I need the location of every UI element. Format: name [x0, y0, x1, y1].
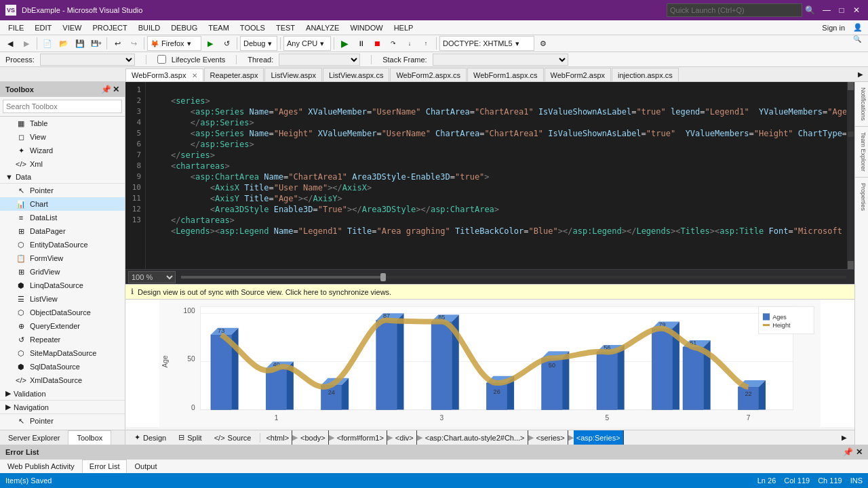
tab-webform3[interactable]: WebForm3.aspx ✕ [125, 68, 203, 82]
menu-tools[interactable]: TOOLS [235, 20, 271, 35]
maximize-button[interactable]: □ [835, 4, 848, 16]
toolbox-group-navigation[interactable]: ▶ Navigation [0, 401, 125, 414]
toolbox-item-pointer-data[interactable]: ↖ Pointer [0, 184, 125, 197]
breadcrumb-body[interactable]: <body> [298, 430, 329, 445]
web-publish-tab[interactable]: Web Publish Activity [0, 460, 82, 473]
toolbox-item-xml-top[interactable]: </> Xml [0, 157, 125, 171]
menu-window[interactable]: WINDOW [344, 20, 388, 35]
platform-dropdown[interactable]: Any CPU ▾ [283, 36, 331, 51]
code-content[interactable]: <series> <asp:Series Name="Ages" XValueM… [146, 82, 846, 269]
undo-button[interactable]: ↩ [110, 36, 125, 51]
toolbox-group-validation[interactable]: ▶ Validation [0, 387, 125, 401]
toolbox-search-input[interactable] [3, 100, 122, 113]
back-button[interactable]: ◀ [3, 36, 18, 51]
breadcrumb-chart[interactable]: <asp:Chart.auto-style2#Ch...> [422, 430, 528, 445]
toolbox-item-xml-data[interactable]: </> XmlDataSource [0, 373, 125, 387]
design-button[interactable]: ✦ Design [128, 431, 172, 444]
tab-injection-cs[interactable]: injection.aspx.cs [612, 68, 679, 81]
vertical-scrollbar[interactable] [846, 82, 854, 269]
close-button[interactable]: ✕ [850, 4, 863, 16]
menu-file[interactable]: FILE [3, 20, 29, 35]
pause-button[interactable]: ⏸ [353, 36, 368, 51]
toolbox-item-wizard[interactable]: ✦ Wizard [0, 144, 125, 157]
tab-webform2-cs[interactable]: WebForm2.aspx.cs [390, 68, 467, 81]
toolbox-item-entity[interactable]: ⬡ EntityDataSource [0, 238, 125, 251]
tab-listview[interactable]: ListView.aspx [264, 68, 321, 81]
toolbox-item-gridview[interactable]: ⊞ GridView [0, 265, 125, 279]
tab-listview-cs[interactable]: ListView.aspx.cs [323, 68, 390, 81]
toolbox-item-view[interactable]: ◻ View [0, 130, 125, 144]
open-button[interactable]: 📂 [56, 36, 71, 51]
breadcrumb-scroll-right[interactable]: ▶ [837, 430, 852, 445]
menu-project[interactable]: PROJECT [87, 20, 132, 35]
toolbox-tab[interactable]: Toolbox [68, 430, 111, 445]
error-close-icon[interactable]: ✕ [856, 447, 863, 457]
breadcrumb-asp-series[interactable]: <asp:Series> [574, 430, 624, 445]
save-button[interactable]: 💾 [73, 36, 87, 51]
server-explorer-tab[interactable]: Server Explorer [0, 430, 68, 445]
zoom-select[interactable]: 100 % 75 % 50 % 150 % [128, 271, 176, 283]
error-pin-icon[interactable]: 📌 [843, 447, 853, 457]
toolbox-item-linq[interactable]: ⬢ LinqDataSource [0, 279, 125, 292]
tab-webform1-cs[interactable]: WebForm1.aspx.cs [467, 68, 544, 81]
search-icon[interactable]: 🔍 [805, 5, 815, 15]
toolbox-group-data[interactable]: ▼ Data [0, 171, 125, 184]
breadcrumb-div[interactable]: <div> [393, 430, 417, 445]
lifecycle-checkbox[interactable] [157, 55, 166, 64]
menu-help[interactable]: HELP [389, 20, 419, 35]
menu-team[interactable]: TEAM [203, 20, 235, 35]
run-button[interactable]: ▶ [203, 36, 218, 51]
doctype-dropdown[interactable]: DOCTYPE: XHTML5 ▾ [439, 36, 534, 51]
toolbox-item-sitemap[interactable]: ⬡ SiteMapDataSource [0, 346, 125, 360]
menu-view[interactable]: VIEW [57, 20, 87, 35]
minimize-button[interactable]: — [821, 4, 833, 16]
menu-edit[interactable]: EDIT [29, 20, 57, 35]
new-button[interactable]: 📄 [40, 36, 55, 51]
source-button[interactable]: </> Source [208, 432, 258, 444]
toolbox-item-formview[interactable]: 📋 FormView [0, 251, 125, 265]
team-explorer-button[interactable]: Team Explorer [855, 127, 868, 178]
output-tab[interactable]: Output [127, 460, 164, 473]
menu-analyze[interactable]: ANALYZE [300, 20, 344, 35]
menu-build[interactable]: BUILD [133, 20, 165, 35]
properties-button[interactable]: Properties [855, 178, 868, 216]
forward-button[interactable]: ▶ [19, 36, 34, 51]
toolbox-item-listview[interactable]: ☰ ListView [0, 292, 125, 306]
menu-debug[interactable]: DEBUG [165, 20, 203, 35]
stop-button[interactable]: ⏹ [370, 36, 384, 51]
doctype-settings[interactable]: ⚙ [536, 36, 551, 51]
thread-select[interactable] [279, 54, 360, 66]
toolbox-item-pointer-nav[interactable]: ↖ Pointer [0, 414, 125, 428]
toolbox-item-datapager[interactable]: ⊞ DataPager [0, 224, 125, 238]
notifications-button[interactable]: Notifications [855, 82, 868, 127]
code-editor[interactable]: 12345 678910 111213 <series> <asp:Series… [125, 82, 854, 269]
breadcrumb-form[interactable]: <form#form1> [334, 430, 387, 445]
process-select[interactable] [40, 54, 135, 66]
stack-select[interactable] [433, 54, 568, 66]
refresh-button[interactable]: ↺ [219, 36, 234, 51]
toolbox-item-query[interactable]: ⊕ QueryExtender [0, 319, 125, 333]
error-list-tab[interactable]: Error List [82, 460, 127, 473]
redo-button[interactable]: ↪ [126, 36, 141, 51]
zoom-slider[interactable] [181, 276, 846, 279]
sync-message-bar[interactable]: ℹ Design view is out of sync with Source… [125, 285, 854, 300]
split-button[interactable]: ⊟ Split [172, 431, 208, 444]
toolbox-close-icon[interactable]: ✕ [113, 85, 119, 94]
tab-reapeter[interactable]: Reapeter.aspx [204, 68, 264, 81]
close-tab-webform3[interactable]: ✕ [192, 72, 197, 79]
toolbox-item-table[interactable]: ▦ Table [0, 117, 125, 130]
browser-dropdown[interactable]: 🦊 Firefox ▾ [147, 36, 201, 51]
start-debug-button[interactable]: ▶ [337, 36, 352, 51]
config-dropdown[interactable]: Debug ▾ [240, 36, 277, 51]
menu-test[interactable]: TEST [271, 20, 300, 35]
breadcrumb-html[interactable]: <html> [263, 430, 292, 445]
tab-scroll-right[interactable]: ▶ [853, 67, 868, 81]
step-into-button[interactable]: ↓ [402, 36, 417, 51]
step-out-button[interactable]: ↑ [418, 36, 433, 51]
toolbox-item-object[interactable]: ⬡ ObjectDataSource [0, 306, 125, 319]
step-over-button[interactable]: ↷ [386, 36, 401, 51]
tab-webform2[interactable]: WebForm2.aspx [545, 68, 612, 81]
user-icon[interactable]: 👤 [850, 20, 865, 35]
toolbox-item-sql[interactable]: ⬢ SqlDataSource [0, 360, 125, 373]
toolbox-pin-icon[interactable]: 📌 [101, 85, 111, 94]
